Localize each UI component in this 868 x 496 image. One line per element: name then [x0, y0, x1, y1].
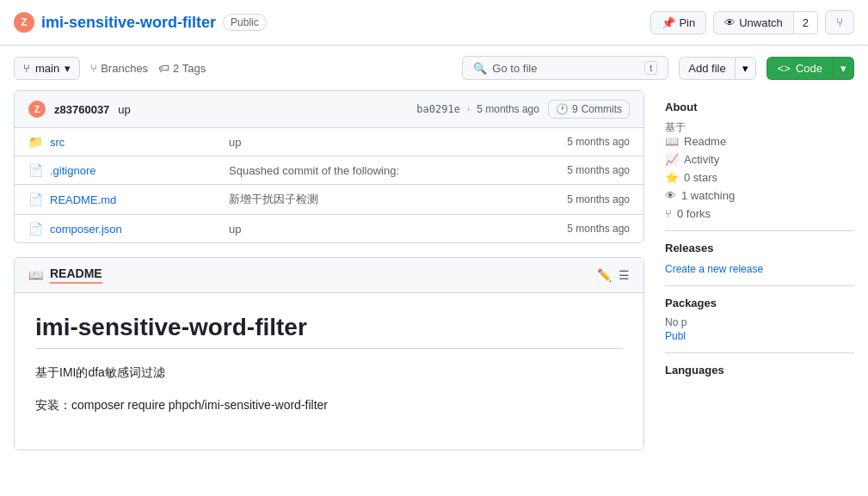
file-icon: 📄 — [28, 163, 43, 177]
sidebar-releases-link[interactable]: Create a new release — [665, 263, 763, 275]
commits-link[interactable]: 🕐 9 Commits — [548, 100, 630, 119]
file-table: Z z83760037 up ba0291e · 5 months ago 🕐 … — [14, 90, 644, 243]
commits-count: 9 — [572, 103, 578, 115]
file-time: 5 months ago — [567, 193, 630, 205]
sidebar-item-readme[interactable]: 📖 Readme — [665, 135, 854, 148]
sidebar-packages: Packages No p Publ — [665, 286, 854, 353]
sidebar-item-forks[interactable]: ⑂ 0 forks — [665, 207, 854, 220]
add-file-label: Add file — [688, 62, 725, 75]
commit-author[interactable]: z83760037 — [54, 103, 109, 116]
go-to-file-button[interactable]: 🔍 Go to file t — [462, 56, 668, 80]
branches-link[interactable]: ⑂ Branches — [90, 62, 148, 75]
sidebar-forks-label: 0 forks — [677, 207, 711, 220]
sidebar: About 基于 📖 Readme 📈 Activity ⭐ 0 stars 👁 — [665, 90, 854, 450]
pin-button[interactable]: 📌 Pin — [650, 11, 706, 34]
sidebar-packages-link[interactable]: Publ — [665, 330, 686, 342]
readme-list-icon[interactable]: ☰ — [619, 268, 630, 282]
commits-label: Commits — [582, 103, 622, 115]
commit-header: Z z83760037 up ba0291e · 5 months ago 🕐 … — [15, 91, 643, 128]
fork-sidebar-icon: ⑂ — [665, 207, 672, 220]
add-file-group: Add file ▾ — [679, 57, 755, 80]
sidebar-item-activity[interactable]: 📈 Activity — [665, 153, 854, 166]
folder-icon: 📁 — [28, 135, 43, 149]
file-time: 5 months ago — [567, 223, 630, 235]
readme-title: README — [50, 266, 590, 284]
commit-meta: ba0291e · 5 months ago — [416, 103, 539, 115]
file-name[interactable]: src — [50, 136, 222, 149]
file-time: 5 months ago — [567, 136, 630, 148]
avatar: Z — [28, 101, 46, 118]
branches-label: Branches — [101, 62, 148, 75]
sidebar-item-stars[interactable]: ⭐ 0 stars — [665, 171, 854, 184]
sidebar-releases: Releases Create a new release — [665, 231, 854, 286]
code-label: Code — [796, 62, 822, 75]
unwatch-label: Unwatch — [739, 16, 783, 29]
file-icon: 📄 — [28, 222, 43, 236]
readme-title-text: README — [50, 266, 102, 284]
sidebar-about-description: 基于 — [665, 120, 854, 135]
readme-desc-2: 安装：composer require phpch/imi-sensitive-… — [35, 395, 623, 414]
sidebar-releases-title: Releases — [665, 242, 854, 254]
file-icon: 📄 — [28, 193, 43, 206]
eye-sidebar-icon: 👁 — [665, 189, 676, 202]
code-dropdown[interactable]: ▾ — [833, 57, 854, 80]
sidebar-packages-text: No p — [665, 316, 854, 328]
logo-text: Z — [21, 16, 27, 28]
readme-heading: imi-sensitive-word-filter — [35, 314, 623, 349]
commit-time: 5 months ago — [477, 103, 539, 115]
readme-book-icon: 📖 — [28, 268, 43, 282]
sidebar-about-title: About — [665, 101, 854, 113]
repo-toolbar: ⑂ main ▾ ⑂ Branches 🏷 2 Tags 🔍 Go to fil… — [0, 46, 868, 90]
fork-button[interactable]: ⑂ — [825, 10, 854, 34]
unwatch-group: 👁 Unwatch 2 — [713, 11, 818, 34]
readme-edit-icon[interactable]: ✏️ — [597, 268, 612, 282]
unwatch-count[interactable]: 2 — [793, 11, 818, 34]
repo-logo: Z — [14, 12, 34, 33]
file-name[interactable]: composer.json — [50, 223, 222, 236]
header-actions: 📌 Pin 👁 Unwatch 2 ⑂ — [650, 10, 854, 34]
file-commit-msg: Squashed commit of the following: — [229, 164, 560, 177]
sidebar-item-watching[interactable]: 👁 1 watching — [665, 189, 854, 202]
readme-header: 📖 README ✏️ ☰ — [15, 258, 643, 293]
add-file-button[interactable]: Add file — [679, 57, 734, 80]
file-commit-msg: up — [229, 223, 560, 236]
commit-hash[interactable]: ba0291e — [416, 103, 460, 115]
sidebar-icon-list: 📖 Readme 📈 Activity ⭐ 0 stars 👁 1 watchi… — [665, 135, 854, 220]
add-file-dropdown[interactable]: ▾ — [735, 57, 756, 80]
pin-icon: 📌 — [662, 16, 675, 29]
branch-icon: ⑂ — [23, 62, 30, 75]
code-button[interactable]: <> Code — [766, 57, 833, 80]
search-icon: 🔍 — [473, 62, 487, 75]
code-chevron-icon: ▾ — [840, 62, 846, 75]
commit-message: up — [118, 103, 130, 116]
pin-label: Pin — [679, 16, 695, 29]
nav-links: ⑂ Branches 🏷 2 Tags — [90, 62, 206, 75]
branch-chevron-icon: ▾ — [65, 62, 71, 75]
file-name[interactable]: README.md — [50, 193, 222, 206]
tags-link[interactable]: 🏷 2 Tags — [158, 62, 206, 75]
branch-selector[interactable]: ⑂ main ▾ — [14, 57, 80, 80]
table-row: 📄 composer.json up 5 months ago — [15, 215, 643, 242]
branch-name: main — [35, 62, 59, 75]
repo-name-link[interactable]: imi-sensitive-word-filter — [41, 14, 216, 32]
table-row: 📄 README.md 新增干扰因子检测 5 months ago — [15, 185, 643, 215]
file-commit-msg: up — [229, 136, 560, 149]
readme-desc-1: 基于IMI的dfa敏感词过滤 — [35, 363, 623, 382]
table-row: 📁 src up 5 months ago — [15, 128, 643, 156]
sidebar-languages: Languages — [665, 353, 854, 394]
unwatch-button[interactable]: 👁 Unwatch — [713, 11, 793, 34]
table-row: 📄 .gitignore Squashed commit of the foll… — [15, 156, 643, 185]
avatar-text: Z — [34, 105, 40, 114]
sidebar-readme-label: Readme — [684, 135, 726, 148]
tags-label: 2 Tags — [173, 62, 206, 75]
sidebar-stars-label: 0 stars — [684, 171, 717, 184]
go-to-file-label: Go to file — [492, 62, 537, 75]
clock-icon: 🕐 — [556, 103, 569, 115]
main-content: Z z83760037 up ba0291e · 5 months ago 🕐 … — [14, 90, 644, 450]
star-icon: ⭐ — [665, 171, 679, 184]
sidebar-activity-label: Activity — [684, 153, 719, 166]
repo-header: Z imi-sensitive-word-filter Public 📌 Pin… — [0, 0, 868, 46]
main-layout: Z z83760037 up ba0291e · 5 months ago 🕐 … — [0, 90, 868, 450]
code-group: <> Code ▾ — [766, 57, 854, 80]
file-name[interactable]: .gitignore — [50, 164, 222, 177]
